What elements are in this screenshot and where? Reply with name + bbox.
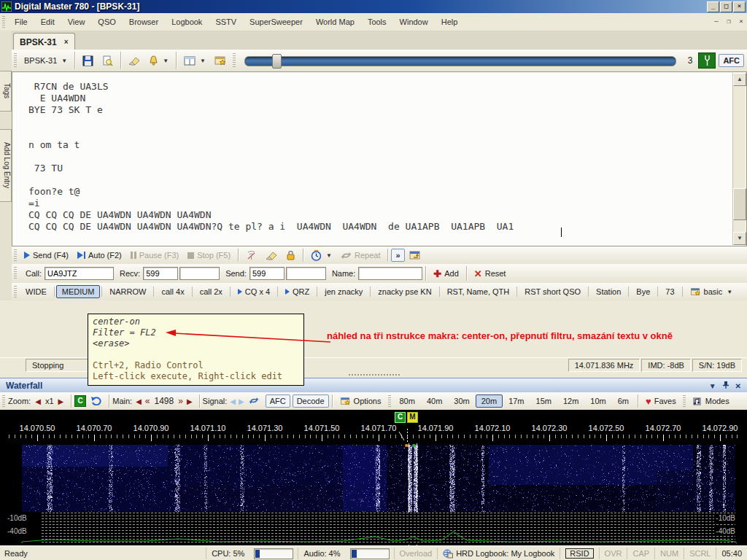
undo-icon[interactable]: [90, 396, 101, 407]
squelch-slider[interactable]: [244, 54, 676, 67]
repeat-button[interactable]: Repeat: [336, 249, 384, 262]
main-marker[interactable]: M: [407, 412, 418, 423]
timer-dropdown[interactable]: ▼: [306, 248, 336, 263]
save-button[interactable]: [78, 53, 98, 69]
macro-set-dropdown[interactable]: basic ▼: [684, 285, 739, 298]
toolbar-gripper[interactable]: [14, 53, 17, 69]
faves-button[interactable]: ♥ Faves: [641, 394, 681, 409]
menu-tools[interactable]: Tools: [361, 15, 393, 28]
macro-button-cq-x4[interactable]: CQ x 4: [232, 285, 276, 298]
main-right-icon[interactable]: ▶: [187, 397, 193, 405]
layout-dropdown[interactable]: ▼: [179, 54, 210, 68]
main-left-icon[interactable]: ◀: [136, 397, 142, 405]
band-button-80m[interactable]: 80m: [394, 394, 421, 408]
abort-tx-button[interactable]: [241, 248, 261, 262]
macro-button-call-2x[interactable]: call 2x: [194, 285, 228, 298]
macro-button-wide[interactable]: WIDE: [20, 285, 53, 298]
toolbar-gripper[interactable]: [388, 395, 391, 408]
lock-button[interactable]: [282, 248, 300, 262]
print-preview-button[interactable]: [98, 53, 117, 69]
scroll-down-icon[interactable]: ▼: [733, 232, 746, 245]
rsid-indicator[interactable]: RSID: [565, 548, 593, 559]
main-fast-right-icon[interactable]: »: [178, 396, 183, 406]
macro-button-bye[interactable]: Bye: [630, 285, 656, 298]
signal-left-icon[interactable]: ◀: [230, 397, 236, 405]
scroll-thumb[interactable]: [733, 188, 746, 220]
call-input[interactable]: [44, 267, 114, 280]
toolbar-gripper[interactable]: [14, 286, 17, 298]
menu-supersweeper[interactable]: SuperSweeper: [243, 15, 309, 28]
float-panel-button[interactable]: [405, 248, 425, 262]
macro-button-rst-name-qth[interactable]: RST, Name, QTH: [441, 285, 516, 298]
toolbar-gripper[interactable]: [14, 267, 17, 280]
stop-button[interactable]: Stop (F5): [183, 249, 235, 262]
side-tab-tags[interactable]: Tags: [0, 71, 12, 112]
toolbar-gripper[interactable]: [2, 395, 5, 408]
name-input[interactable]: [358, 267, 422, 280]
send-extra-input[interactable]: [286, 267, 326, 280]
signal-right-icon[interactable]: ▶: [239, 397, 244, 405]
macro-button-station[interactable]: Station: [590, 285, 627, 298]
band-button-17m[interactable]: 17m: [503, 394, 530, 408]
erase-button[interactable]: [124, 54, 144, 68]
main-fast-left-icon[interactable]: «: [145, 396, 150, 406]
afc-button[interactable]: AFC: [719, 54, 744, 67]
menu-help[interactable]: Help: [435, 15, 465, 28]
send-button[interactable]: Send (F4): [20, 249, 73, 262]
menu-file[interactable]: File: [8, 15, 34, 28]
close-button[interactable]: ×: [733, 1, 746, 12]
tune-button[interactable]: [698, 52, 716, 69]
refresh-icon[interactable]: [249, 396, 259, 407]
band-button-40m[interactable]: 40m: [421, 394, 448, 408]
toolbar-gripper[interactable]: [14, 249, 17, 262]
mdi-restore-button[interactable]: ❐: [723, 17, 735, 27]
receive-text-area[interactable]: R7CN de UA3LS E UA4WDN BYE 73 SK T e n o…: [12, 71, 747, 246]
options-button[interactable]: Options: [336, 394, 386, 408]
waterfall-afc-button[interactable]: AFC: [266, 394, 290, 408]
menu-view[interactable]: View: [61, 15, 92, 28]
menu-worldmap[interactable]: World Map: [309, 15, 361, 28]
recv-extra-input[interactable]: [179, 267, 220, 280]
menu-logbook[interactable]: Logbook: [165, 15, 209, 28]
waterfall-display[interactable]: C M 14.070.50 14.070.70 14.070.90 14.071…: [0, 410, 747, 545]
alarms-dropdown[interactable]: ▼: [144, 53, 173, 68]
auto-button[interactable]: Auto (F2): [73, 249, 126, 262]
panel-close-icon[interactable]: ✕: [735, 382, 741, 390]
toolbar-gripper[interactable]: [683, 395, 686, 408]
minimize-button[interactable]: _: [707, 1, 719, 12]
zoom-in-icon[interactable]: ▶: [58, 397, 64, 405]
macro-button-73[interactable]: 73: [659, 285, 680, 298]
menu-edit[interactable]: Edit: [34, 15, 61, 28]
tab-close-icon[interactable]: ×: [64, 38, 69, 46]
favourites-panel-button[interactable]: [210, 53, 231, 68]
pin-icon[interactable]: [722, 381, 729, 391]
macro-button-rst-short-qso[interactable]: RST short QSO: [519, 285, 587, 298]
macro-button-znacky-pse-kn[interactable]: znacky pse KN: [372, 285, 437, 298]
menu-qso[interactable]: QSO: [91, 15, 122, 28]
macro-button-narrow[interactable]: NARROW: [104, 285, 152, 298]
add-button[interactable]: ✚ Add: [429, 266, 462, 281]
side-tab-add-log-entry[interactable]: Add Log Entry: [0, 129, 12, 202]
decode-button[interactable]: Decode: [293, 394, 329, 408]
menu-window[interactable]: Window: [393, 15, 435, 28]
slider-thumb[interactable]: [272, 54, 282, 69]
band-button-10m[interactable]: 10m: [584, 394, 611, 408]
modes-button[interactable]: Modes: [689, 394, 734, 408]
band-button-12m[interactable]: 12m: [557, 394, 584, 408]
scroll-up-icon[interactable]: ▲: [733, 73, 746, 86]
tab-bpsk-31[interactable]: BPSK-31 ×: [13, 33, 75, 50]
band-button-20m[interactable]: 20m: [476, 394, 503, 408]
reset-button[interactable]: ✕ Reset: [470, 266, 511, 281]
slider-track[interactable]: [244, 56, 676, 66]
pause-button[interactable]: Pause (F3): [126, 249, 183, 262]
mode-dropdown[interactable]: BPSK-31▼: [20, 54, 71, 67]
center-marker[interactable]: C: [395, 412, 406, 423]
mdi-minimize-button[interactable]: –: [711, 17, 722, 27]
erase-tx-button[interactable]: [261, 249, 282, 262]
band-button-6m[interactable]: 6m: [612, 394, 635, 408]
expand-toolbar-button[interactable]: »: [391, 249, 404, 262]
mdi-close-button[interactable]: ×: [735, 17, 747, 27]
menu-gripper[interactable]: [2, 16, 5, 28]
send-input[interactable]: [249, 267, 285, 280]
band-button-15m[interactable]: 15m: [530, 394, 557, 408]
